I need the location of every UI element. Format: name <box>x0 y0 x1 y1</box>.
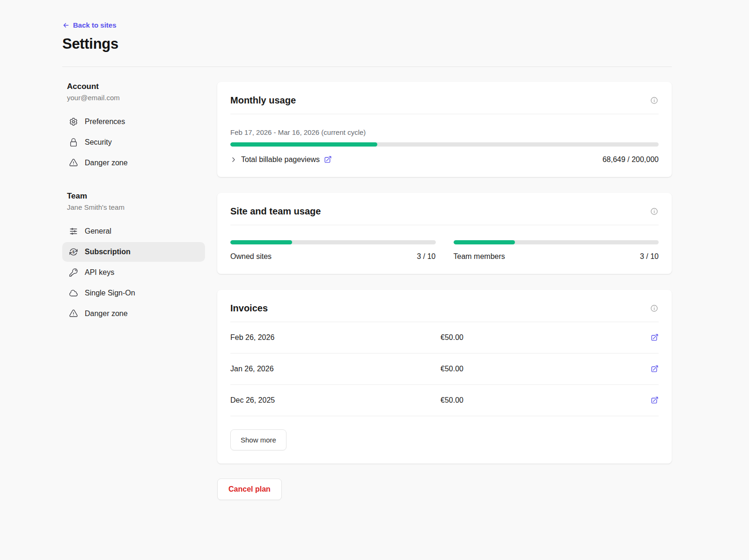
billable-pageviews-label: Total billable pageviews <box>241 155 320 164</box>
dollar-refresh-icon <box>69 247 78 257</box>
sidebar-item-label: Preferences <box>85 118 125 126</box>
team-heading: Team <box>62 192 205 201</box>
invoice-date: Dec 26, 2025 <box>230 396 441 405</box>
invoice-external-link-icon[interactable] <box>651 396 659 404</box>
sidebar-item-security[interactable]: Security <box>62 133 205 152</box>
warning-triangle-icon <box>69 158 78 168</box>
invoice-row: Jan 26, 2026 €50.00 <box>230 354 659 385</box>
cloud-icon <box>69 288 78 298</box>
owned-sites-progress-bar <box>230 240 436 244</box>
sidebar-item-general[interactable]: General <box>62 221 205 241</box>
invoice-external-link-icon[interactable] <box>651 333 659 341</box>
invoice-row: Feb 26, 2026 €50.00 <box>230 322 659 354</box>
account-email: your@email.com <box>62 94 205 102</box>
invoices-title: Invoices <box>230 303 268 314</box>
sidebar-item-label: General <box>85 227 111 236</box>
back-to-sites-link[interactable]: Back to sites <box>62 21 117 29</box>
team-members-meter: Team members 3 / 10 <box>454 240 659 261</box>
invoice-amount: €50.00 <box>441 396 651 405</box>
pageviews-progress-bar <box>230 142 659 147</box>
header-divider <box>62 66 672 67</box>
sidebar-item-single-sign-on[interactable]: Single Sign-On <box>62 283 205 303</box>
site-team-usage-title: Site and team usage <box>230 206 321 217</box>
pageviews-usage-value: 68,649 / 200,000 <box>602 155 659 164</box>
invoice-date: Jan 26, 2026 <box>230 365 441 373</box>
info-icon[interactable] <box>650 207 659 216</box>
billable-pageviews-toggle[interactable]: Total billable pageviews <box>230 155 332 164</box>
arrow-left-icon <box>62 22 70 29</box>
subscription-panel: Monthly usage Feb 17, 2026 - Mar 16, 202… <box>217 82 672 500</box>
chevron-right-icon <box>230 156 237 163</box>
sidebar-item-team-danger-zone[interactable]: Danger zone <box>62 304 205 324</box>
sidebar-item-label: API keys <box>85 268 114 277</box>
team-nav: General Subscription API keys Single Sig… <box>62 221 205 324</box>
info-icon[interactable] <box>650 96 659 105</box>
card-divider <box>230 114 659 114</box>
sidebar-item-label: Danger zone <box>85 309 128 318</box>
invoice-external-link-icon[interactable] <box>651 365 659 373</box>
sliders-icon <box>69 227 78 236</box>
sidebar-item-label: Security <box>85 138 112 147</box>
sidebar-item-api-keys[interactable]: API keys <box>62 263 205 282</box>
invoice-amount: €50.00 <box>441 333 651 342</box>
sidebar-section-account: Account your@email.com Preferences Secur… <box>62 82 205 173</box>
invoice-row: Dec 26, 2025 €50.00 <box>230 385 659 416</box>
invoices-card: Invoices Feb 26, 2026 €50.00 Jan 26, 202… <box>217 290 672 464</box>
key-icon <box>69 268 78 277</box>
invoice-date: Feb 26, 2026 <box>230 333 441 342</box>
card-divider <box>230 225 659 225</box>
sidebar-section-team: Team Jane Smith's team General Subscript… <box>62 192 205 324</box>
account-nav: Preferences Security Danger zone <box>62 112 205 173</box>
back-link-label: Back to sites <box>73 21 117 29</box>
sidebar-item-account-danger-zone[interactable]: Danger zone <box>62 153 205 173</box>
owned-sites-value: 3 / 10 <box>417 252 435 261</box>
team-members-label: Team members <box>454 252 505 261</box>
owned-sites-label: Owned sites <box>230 252 272 261</box>
external-link-icon[interactable] <box>324 155 332 163</box>
monthly-usage-title: Monthly usage <box>230 95 296 106</box>
account-heading: Account <box>62 82 205 91</box>
owned-sites-progress-fill <box>230 240 292 244</box>
sidebar-item-label: Single Sign-On <box>85 289 135 297</box>
monthly-usage-card: Monthly usage Feb 17, 2026 - Mar 16, 202… <box>217 82 672 177</box>
team-members-progress-fill <box>454 240 515 244</box>
sidebar-item-subscription[interactable]: Subscription <box>62 242 205 262</box>
sidebar-item-preferences[interactable]: Preferences <box>62 112 205 132</box>
settings-page: Back to sites Settings Account your@emai… <box>62 0 672 538</box>
sidebar-item-label: Danger zone <box>85 159 128 167</box>
site-team-usage-card: Site and team usage Owned sites 3 / 10 <box>217 193 672 274</box>
cancel-plan-button[interactable]: Cancel plan <box>217 479 282 500</box>
billable-pageviews-row: Total billable pageviews 68,649 / 200,00… <box>230 155 659 164</box>
invoice-amount: €50.00 <box>441 365 651 373</box>
team-members-value: 3 / 10 <box>640 252 659 261</box>
lock-icon <box>69 138 78 147</box>
warning-triangle-icon <box>69 309 78 318</box>
team-name: Jane Smith's team <box>62 203 205 211</box>
team-members-progress-bar <box>454 240 659 244</box>
gear-icon <box>69 117 78 126</box>
sidebar-item-label: Subscription <box>85 248 131 256</box>
owned-sites-meter: Owned sites 3 / 10 <box>230 240 436 261</box>
info-icon[interactable] <box>650 304 659 313</box>
pageviews-progress-fill <box>230 142 377 147</box>
billing-cycle-label: Feb 17, 2026 - Mar 16, 2026 (current cyc… <box>230 128 659 136</box>
page-title: Settings <box>62 36 672 52</box>
show-more-button[interactable]: Show more <box>230 429 286 450</box>
settings-sidebar: Account your@email.com Preferences Secur… <box>62 82 205 324</box>
